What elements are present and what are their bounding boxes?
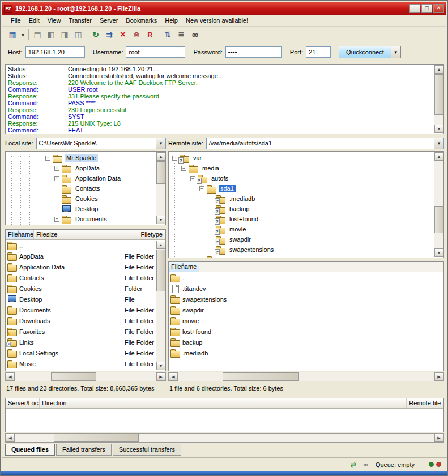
menu-item[interactable]: Edit — [25, 16, 44, 25]
queue-tab[interactable]: Failed transfers — [56, 444, 112, 456]
file-row[interactable]: .. — [6, 240, 156, 251]
file-row[interactable]: Contacts File Folder — [6, 272, 156, 283]
filter-button[interactable] — [161, 28, 174, 41]
file-row[interactable]: Desktop File — [6, 294, 156, 305]
queue-toggle-button[interactable] — [71, 28, 85, 41]
file-row[interactable]: .titandev — [169, 283, 443, 294]
tree-item-label[interactable]: autofs — [210, 174, 230, 182]
scroll-right-icon[interactable]: ▶ — [156, 372, 165, 381]
menu-item[interactable]: View — [44, 16, 65, 25]
file-row[interactable]: AppData File Folder — [6, 251, 156, 261]
local-tree-scrollbar[interactable]: ▲ ▼ — [156, 152, 165, 224]
tree-item-label[interactable]: Mr Sparkle — [65, 154, 98, 162]
tree-item-label[interactable]: lost+found — [228, 215, 260, 223]
local-tree-toggle-button[interactable] — [44, 28, 58, 41]
tree-item-label[interactable]: Documents — [74, 215, 109, 223]
chevron-down-icon[interactable]: ▼ — [434, 138, 443, 149]
username-input[interactable] — [126, 46, 185, 58]
tree-item-label[interactable]: dvd — [219, 256, 232, 258]
tree-item-label[interactable]: Contacts — [74, 185, 101, 192]
menu-item[interactable]: New version available! — [182, 16, 252, 25]
file-row[interactable]: Music File Folder — [6, 358, 156, 369]
column-header[interactable]: Remote file — [407, 398, 443, 408]
file-row[interactable]: .. — [169, 272, 443, 283]
file-row[interactable]: Cookies Folder — [6, 283, 156, 294]
scroll-right-icon[interactable]: ▶ — [434, 434, 443, 442]
tree-item[interactable]: media — [169, 163, 434, 173]
file-row[interactable]: movie — [169, 315, 443, 326]
tree-expander[interactable] — [199, 186, 204, 191]
tree-item-label[interactable]: AppData — [74, 164, 101, 172]
menu-item[interactable]: File — [7, 16, 25, 25]
column-header[interactable]: Filename — [6, 230, 34, 239]
scroll-up-icon[interactable]: ▲ — [156, 152, 165, 161]
tree-item-label[interactable]: Application Data — [74, 174, 122, 182]
scroll-right-icon[interactable]: ▶ — [434, 372, 443, 381]
tree-expander[interactable] — [54, 217, 59, 222]
maximize-button[interactable]: ▢ — [421, 4, 432, 13]
tree-item[interactable]: swapdir — [169, 234, 434, 245]
port-input[interactable] — [306, 46, 331, 58]
local-site-combobox[interactable]: C:\Users\Mr Sparkle\ ▼ — [36, 138, 166, 149]
message-log-toggle-button[interactable] — [31, 28, 44, 41]
tree-item-label[interactable]: .mediadb — [228, 195, 257, 203]
queue-hscrollbar[interactable]: ◀ ▶ — [5, 433, 444, 443]
tree-item[interactable]: Cookies — [6, 194, 156, 204]
tree-item-label[interactable]: swapdir — [228, 235, 253, 243]
reconnect-button[interactable] — [143, 28, 157, 41]
tree-item-label[interactable]: movie — [228, 225, 248, 233]
scroll-left-icon[interactable]: ◀ — [6, 372, 15, 381]
queue-tab[interactable]: Successful transfers — [113, 444, 181, 456]
tree-expander[interactable] — [181, 166, 186, 171]
tree-item[interactable]: Contacts — [6, 183, 156, 194]
log-scrollbar[interactable]: ▲ ▼ — [434, 65, 443, 133]
quickconnect-dropdown-button[interactable]: ▼ — [391, 46, 401, 58]
directory-comparison-icon[interactable] — [349, 460, 358, 469]
scroll-left-icon[interactable]: ◀ — [169, 372, 178, 381]
tree-item[interactable]: sda1 — [169, 183, 434, 194]
tree-expander[interactable] — [190, 176, 195, 181]
directory-comparison-button[interactable] — [174, 28, 188, 41]
file-row[interactable]: Links File Folder — [6, 337, 156, 348]
column-header[interactable]: Direction — [40, 398, 407, 408]
menu-item[interactable]: Server — [96, 16, 122, 25]
tree-item[interactable]: Mr Sparkle — [6, 153, 156, 163]
remote-site-combobox[interactable]: /var/media/autofs/sda1 ▼ — [206, 138, 444, 149]
column-header[interactable]: Server/Local file — [6, 398, 40, 408]
tree-item[interactable]: .mediadb — [169, 194, 434, 204]
tree-item[interactable]: dvd — [169, 255, 434, 258]
tree-item-label[interactable]: backup — [228, 205, 251, 213]
scroll-down-icon[interactable]: ▼ — [156, 216, 165, 224]
tree-item[interactable]: autofs — [169, 173, 434, 183]
scroll-up-icon[interactable]: ▲ — [156, 241, 165, 249]
tree-expander[interactable] — [172, 156, 177, 161]
tree-item-label[interactable]: sda1 — [219, 185, 236, 192]
tree-expander[interactable] — [54, 176, 59, 181]
tree-item[interactable]: movie — [169, 224, 434, 234]
tree-item[interactable]: Desktop — [6, 204, 156, 214]
refresh-button[interactable] — [89, 28, 103, 41]
tree-item[interactable]: swapextensions — [169, 245, 434, 255]
menu-item[interactable]: Help — [161, 16, 182, 25]
tree-item[interactable]: var — [169, 153, 434, 163]
tree-item-label[interactable]: Desktop — [74, 205, 100, 213]
scroll-down-icon[interactable]: ▼ — [434, 125, 443, 133]
file-row[interactable]: .mediadb — [169, 348, 443, 358]
scroll-down-icon[interactable]: ▼ — [434, 248, 443, 257]
tree-item[interactable]: Downloads — [6, 224, 156, 225]
scroll-down-icon[interactable]: ▼ — [156, 362, 165, 370]
tree-expander[interactable] — [54, 166, 59, 171]
quickconnect-button[interactable]: Quickconnect — [339, 46, 391, 58]
tree-item[interactable]: AppData — [6, 163, 156, 173]
minimize-button[interactable]: — — [409, 4, 420, 13]
tree-item[interactable]: backup — [169, 204, 434, 214]
remote-list-hscrollbar[interactable]: ◀ ▶ — [168, 372, 444, 381]
find-files-button[interactable] — [188, 28, 202, 41]
column-header[interactable]: Filetype — [138, 230, 165, 239]
tree-item-label[interactable]: media — [200, 164, 221, 172]
column-header[interactable]: Filesize — [34, 230, 138, 239]
tree-expander[interactable] — [45, 156, 50, 161]
process-queue-button[interactable] — [103, 28, 116, 41]
scroll-up-icon[interactable]: ▲ — [434, 65, 443, 74]
disconnect-button[interactable] — [130, 28, 143, 41]
